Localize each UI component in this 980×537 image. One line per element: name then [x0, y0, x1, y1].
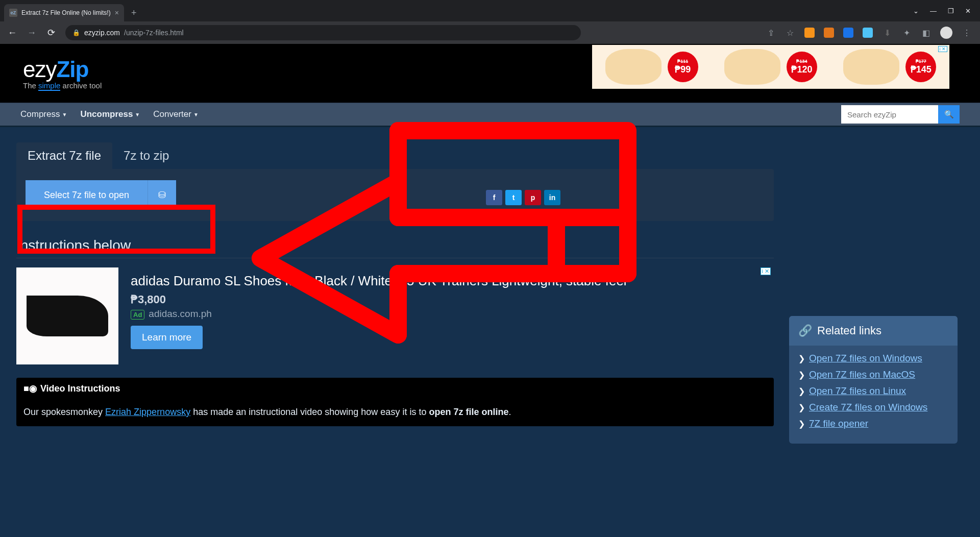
nav-forward-icon[interactable]: → — [24, 28, 39, 38]
url-domain: ezyzip.com — [84, 29, 120, 37]
search-button[interactable]: 🔍 — [938, 105, 960, 124]
dropbox-button[interactable]: ⛁ — [148, 180, 176, 210]
upload-zone: Select 7z file to open ⛁ — [16, 169, 774, 221]
ad-food-image-1 — [605, 49, 662, 85]
select-file-button[interactable]: Select 7z file to open — [26, 180, 148, 210]
browser-titlebar: eZ Extract 7z File Online (No limits!) ×… — [0, 0, 980, 21]
chevron-right-icon: ❯ — [798, 370, 805, 380]
window-controls: ⌄ ― ❐ ✕ — [913, 7, 980, 15]
logo-text-2: Zip — [56, 57, 88, 82]
extension-icon-1[interactable] — [804, 28, 815, 38]
ad-info-icon[interactable]: i ✕ — [938, 46, 948, 52]
caret-down-icon: ▼ — [135, 112, 140, 117]
side-panel-icon[interactable]: ◧ — [921, 28, 931, 38]
caret-down-icon: ▼ — [193, 112, 199, 117]
kebab-menu-icon[interactable]: ⋮ — [962, 28, 972, 38]
maximize-icon[interactable]: ❐ — [948, 7, 954, 15]
close-window-icon[interactable]: ✕ — [965, 7, 971, 15]
video-author-link[interactable]: Ezriah Zippernowsky — [105, 407, 190, 417]
minimize-icon[interactable]: ― — [930, 7, 937, 15]
ad-food-image-3 — [843, 49, 899, 85]
video-icon: ■◉ — [23, 383, 37, 394]
facebook-share[interactable]: f — [486, 190, 502, 205]
tab-close-icon[interactable]: × — [115, 9, 119, 17]
search-icon: 🔍 — [944, 110, 954, 119]
nav-back-icon[interactable]: ← — [5, 28, 19, 38]
browser-tab[interactable]: eZ Extract 7z File Online (No limits!) × — [4, 4, 124, 21]
extensions-puzzle-icon[interactable]: ✦ — [901, 28, 912, 38]
related-link-item: ❯Open 7Z files on MacOS — [798, 369, 948, 380]
ad-cta-button[interactable]: Learn more — [131, 326, 203, 349]
pinterest-share[interactable]: p — [525, 190, 541, 205]
tab-7z-to-zip[interactable]: 7z to zip — [112, 142, 180, 169]
tab-favicon-icon: eZ — [9, 9, 17, 17]
tab-extract-7z[interactable]: Extract 7z file — [16, 142, 112, 169]
page-header: ezyZip The simple archive tool i ✕ ₱111₱… — [0, 44, 980, 103]
linkedin-share[interactable]: in — [544, 190, 560, 205]
url-input[interactable]: 🔒 ezyzip.com/unzip-7z-files.html — [65, 25, 581, 40]
search-input[interactable] — [841, 105, 938, 124]
browser-address-bar: ← → ⟳ 🔒 ezyzip.com/unzip-7z-files.html ⇪… — [0, 21, 980, 44]
related-link-item: ❯Open 7Z files on Windows — [798, 353, 948, 364]
page-tabs: Extract 7z file 7z to zip — [16, 142, 774, 169]
related-links-card: 🔗Related links ❯Open 7Z files on Windows… — [789, 316, 958, 444]
chevron-right-icon: ❯ — [798, 386, 805, 396]
related-links-heading: 🔗Related links — [789, 316, 958, 346]
share-icon[interactable]: ⇪ — [766, 28, 776, 38]
video-card-heading: ■◉Video Instructions — [16, 378, 774, 399]
new-tab-button[interactable]: + — [131, 8, 137, 18]
related-link[interactable]: Create 7Z files on Windows — [809, 402, 927, 413]
ad-title: adidas Duramo SL Shoes Men Black / White… — [131, 273, 774, 290]
video-card-body: Our spokesmonkey Ezriah Zippernowsky has… — [16, 399, 774, 426]
bookmark-star-icon[interactable]: ☆ — [785, 28, 795, 38]
related-link[interactable]: 7Z file opener — [809, 418, 868, 429]
related-link-item: ❯7Z file opener — [798, 418, 948, 429]
profile-avatar[interactable] — [940, 27, 952, 39]
ad-food-image-2 — [724, 49, 780, 85]
related-link[interactable]: Open 7Z files on Linux — [809, 385, 906, 397]
main-nav: Compress▼ Uncompress▼ Converter▼ 🔍 — [0, 103, 980, 127]
url-path: /unzip-7z-files.html — [124, 29, 184, 37]
banner-ad[interactable]: i ✕ ₱111₱99 ₱134₱120 ₱177₱145 — [592, 45, 949, 89]
logo-text-1: ezy — [23, 57, 56, 82]
nav-converter[interactable]: Converter▼ — [153, 109, 199, 119]
video-instructions-card: ■◉Video Instructions Our spokesmonkey Ez… — [16, 378, 774, 426]
twitter-share[interactable]: t — [505, 190, 522, 205]
related-link-item: ❯Open 7Z files on Linux — [798, 385, 948, 397]
site-logo[interactable]: ezyZip The simple archive tool — [23, 57, 102, 90]
dropdown-icon[interactable]: ⌄ — [913, 7, 919, 15]
caret-down-icon: ▼ — [62, 112, 67, 117]
ad-badge: Ad — [131, 310, 144, 320]
related-link[interactable]: Open 7Z files on MacOS — [809, 369, 915, 380]
extension-icon-4[interactable] — [863, 28, 873, 38]
extension-icon-2[interactable] — [824, 28, 834, 38]
tab-title: Extract 7z File Online (No limits!) — [21, 9, 111, 16]
logo-tagline: The simple archive tool — [23, 81, 102, 90]
nav-reload-icon[interactable]: ⟳ — [44, 27, 58, 38]
lock-icon: 🔒 — [72, 29, 80, 36]
download-icon[interactable]: ⬇ — [882, 28, 892, 38]
nav-uncompress[interactable]: Uncompress▼ — [80, 109, 140, 119]
chevron-right-icon: ❯ — [798, 403, 805, 412]
ad-product-image — [16, 267, 118, 364]
dropbox-icon: ⛁ — [158, 190, 166, 200]
chevron-right-icon: ❯ — [798, 419, 805, 429]
ad-domain: adidas.com.ph — [149, 308, 212, 319]
chevron-right-icon: ❯ — [798, 354, 805, 363]
link-icon: 🔗 — [798, 324, 812, 337]
related-link[interactable]: Open 7Z files on Windows — [809, 353, 922, 364]
ad-marker-icon[interactable]: i ✕ — [761, 267, 771, 275]
related-link-item: ❯Create 7Z files on Windows — [798, 402, 948, 413]
extension-icon-3[interactable] — [843, 28, 853, 38]
social-share: f t p in — [486, 190, 560, 205]
inline-ad[interactable]: i ✕ adidas Duramo SL Shoes Men Black / W… — [16, 267, 774, 364]
instructions-heading: Instructions below — [16, 237, 774, 258]
ad-price: ₱3,800 — [131, 293, 774, 306]
nav-compress[interactable]: Compress▼ — [20, 109, 67, 119]
